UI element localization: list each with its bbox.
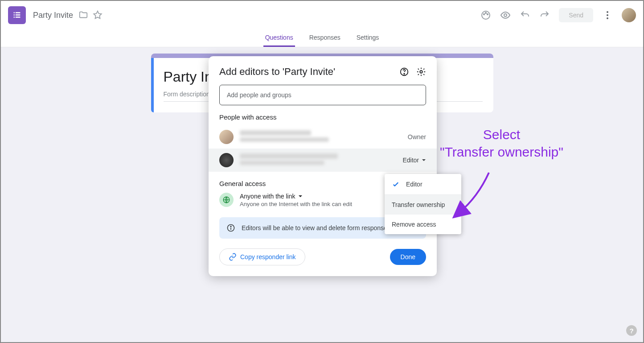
menu-item-remove[interactable]: Remove access	[385, 215, 461, 234]
star-icon[interactable]	[93, 10, 103, 20]
avatar	[219, 130, 234, 144]
account-avatar[interactable]	[622, 8, 636, 22]
link-scope-sub: Anyone on the Internet with the link can…	[240, 201, 352, 207]
svg-point-16	[420, 70, 422, 73]
copy-link-button[interactable]: Copy responder link	[219, 248, 305, 265]
svg-point-15	[404, 74, 405, 74]
link-icon	[229, 253, 237, 261]
people-section-title: People with access	[209, 113, 437, 125]
help-fab[interactable]: ?	[626, 325, 637, 336]
info-icon	[226, 223, 235, 232]
svg-rect-1	[16, 12, 21, 13]
link-scope-dropdown[interactable]: Anyone with the link	[240, 193, 352, 200]
person-info	[240, 130, 408, 144]
svg-point-10	[504, 14, 507, 17]
help-icon[interactable]	[399, 67, 409, 77]
svg-point-8	[485, 12, 486, 13]
app-header: Party Invite Send	[1, 1, 643, 29]
globe-icon	[219, 193, 234, 207]
annotation-arrow	[451, 170, 496, 219]
more-icon[interactable]	[602, 10, 613, 21]
redo-icon[interactable]	[539, 10, 550, 21]
banner-text: Editors will be able to view and delete …	[242, 224, 390, 231]
role-dropdown[interactable]: Editor	[402, 157, 426, 164]
modal-title: Add editors to 'Party Invite'	[219, 66, 399, 78]
gear-icon[interactable]	[416, 67, 426, 77]
svg-point-11	[607, 11, 608, 13]
person-info	[240, 153, 402, 167]
forms-logo[interactable]	[8, 6, 26, 24]
tab-bar: Questions Responses Settings	[1, 29, 643, 47]
annotation-text: Select "Transfer ownership"	[440, 126, 563, 161]
svg-rect-4	[14, 17, 15, 18]
document-title[interactable]: Party Invite	[33, 11, 73, 20]
role-label: Editor	[402, 157, 419, 164]
person-row-owner: Owner	[209, 125, 437, 149]
chevron-down-icon	[422, 158, 426, 162]
role-menu: Editor Transfer ownership Remove access	[385, 174, 461, 234]
done-button[interactable]: Done	[390, 249, 426, 265]
svg-point-20	[230, 226, 231, 227]
add-people-input[interactable]: Add people and groups	[219, 85, 426, 105]
svg-rect-5	[16, 17, 21, 18]
svg-rect-2	[14, 14, 15, 16]
tab-responses[interactable]: Responses	[308, 29, 342, 47]
move-folder-icon[interactable]	[78, 10, 88, 20]
svg-point-13	[607, 17, 608, 19]
svg-rect-3	[16, 14, 21, 16]
menu-item-transfer[interactable]: Transfer ownership	[385, 195, 461, 215]
person-row-editor: Editor	[209, 149, 437, 172]
palette-icon[interactable]	[480, 10, 491, 21]
role-owner: Owner	[408, 133, 426, 141]
avatar	[219, 153, 234, 167]
svg-point-7	[484, 14, 484, 15]
tab-questions[interactable]: Questions	[263, 29, 295, 47]
undo-icon[interactable]	[520, 10, 530, 21]
tab-settings[interactable]: Settings	[355, 29, 381, 47]
svg-point-12	[607, 14, 608, 16]
menu-item-editor[interactable]: Editor	[385, 174, 461, 194]
chevron-down-icon	[298, 194, 303, 198]
svg-rect-0	[14, 12, 15, 13]
share-modal: Add editors to 'Party Invite' Add people…	[209, 56, 437, 276]
send-button[interactable]: Send	[559, 8, 593, 22]
preview-icon[interactable]	[500, 10, 511, 21]
svg-point-9	[487, 14, 488, 15]
check-icon	[392, 180, 400, 188]
